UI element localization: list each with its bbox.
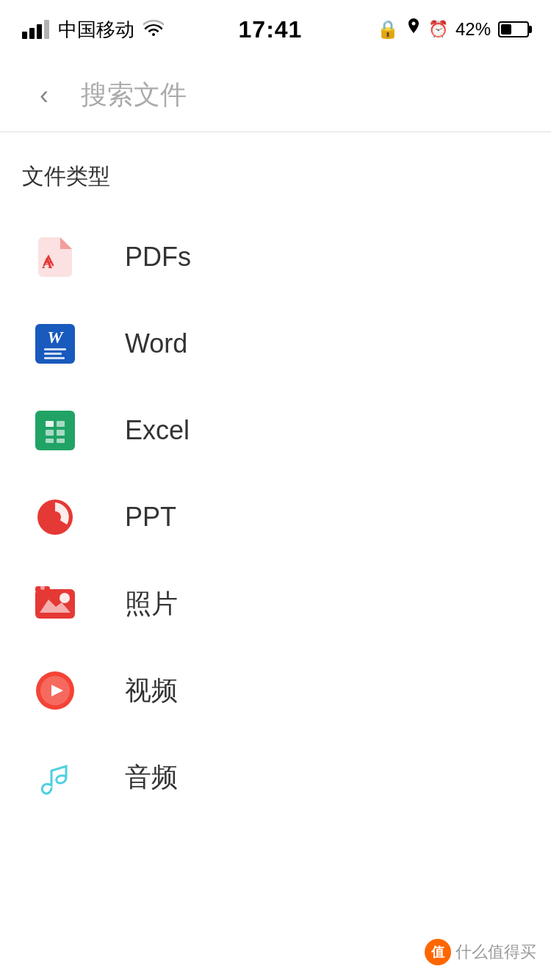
file-type-item-ppt[interactable]: PPT <box>0 474 551 561</box>
excel-icon <box>29 405 81 456</box>
battery-icon <box>498 21 529 37</box>
nav-title: 搜索文件 <box>81 77 187 113</box>
file-type-item-word[interactable]: W Word <box>0 300 551 387</box>
back-arrow-icon: ‹ <box>40 80 48 111</box>
nav-bar: ‹ 搜索文件 <box>0 59 551 132</box>
video-label: 视频 <box>125 673 178 709</box>
location-icon <box>406 18 421 40</box>
svg-rect-6 <box>46 439 54 443</box>
svg-point-9 <box>49 511 61 523</box>
svg-rect-7 <box>57 439 65 443</box>
word-icon: W <box>29 318 81 370</box>
back-button[interactable]: ‹ <box>22 73 66 118</box>
svg-rect-10 <box>35 589 75 619</box>
file-type-item-video[interactable]: 视频 <box>0 647 551 734</box>
signal-icon <box>22 20 49 39</box>
time-display: 17:41 <box>239 16 303 43</box>
file-type-item-audio[interactable]: 音频 <box>0 734 551 821</box>
file-type-item-excel[interactable]: Excel <box>0 387 551 474</box>
watermark-logo: 值 什么值得买 <box>425 939 536 965</box>
svg-rect-3 <box>57 421 65 427</box>
ppt-label: PPT <box>125 502 176 533</box>
alarm-icon: ⏰ <box>428 20 448 39</box>
excel-label: Excel <box>125 415 190 446</box>
section-title: 文件类型 <box>22 164 110 188</box>
word-label: Word <box>125 328 187 359</box>
watermark: 值 什么值得买 <box>425 939 536 965</box>
file-type-item-pdf[interactable]: A PDFs <box>0 214 551 300</box>
photo-label: 照片 <box>125 586 178 622</box>
file-type-item-photo[interactable]: 照片 <box>0 561 551 647</box>
audio-label: 音频 <box>125 760 178 796</box>
file-type-list: A PDFs W Word <box>0 206 551 828</box>
status-left: 中国移动 <box>22 17 164 43</box>
section-header: 文件类型 <box>0 132 551 206</box>
battery-percent: 42% <box>455 19 491 40</box>
lock-icon: 🔒 <box>377 19 399 40</box>
watermark-symbol: 值 <box>425 939 451 965</box>
svg-rect-5 <box>57 430 65 436</box>
status-right: 🔒 ⏰ 42% <box>377 18 529 40</box>
pdf-icon: A <box>29 231 81 283</box>
audio-icon <box>29 752 81 803</box>
video-icon <box>29 665 81 716</box>
svg-rect-4 <box>46 430 54 436</box>
status-bar: 中国移动 17:41 🔒 ⏰ 42% <box>0 0 551 59</box>
wifi-icon <box>143 18 164 41</box>
pdf-label: PDFs <box>125 242 191 273</box>
ppt-icon <box>29 491 81 543</box>
watermark-text: 什么值得买 <box>455 941 536 963</box>
svg-point-11 <box>60 593 70 603</box>
carrier-label: 中国移动 <box>58 17 134 43</box>
photo-icon <box>29 578 81 630</box>
svg-rect-2 <box>46 421 54 427</box>
